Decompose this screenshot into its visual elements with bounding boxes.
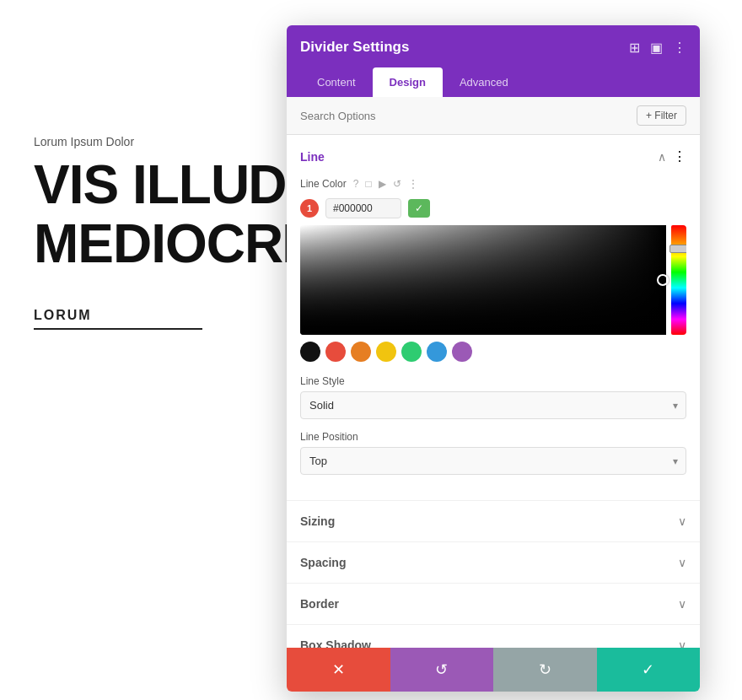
section-border-title: Border [300, 597, 339, 611]
chevron-up-icon[interactable]: ∧ [658, 150, 666, 164]
filter-button[interactable]: + Filter [637, 105, 686, 126]
section-spacing: Spacing ∨ [287, 542, 700, 584]
arrow-icon[interactable]: ▶ [379, 178, 386, 190]
panel-header: Divider Settings ⊞ ▣ ⋮ Content Design Ad… [287, 25, 700, 97]
tab-content[interactable]: Content [300, 67, 373, 97]
swatch-yellow[interactable] [376, 342, 396, 362]
tab-design[interactable]: Design [373, 67, 443, 97]
chevron-down-icon-spacing[interactable]: ∨ [678, 556, 686, 569]
fullscreen-icon[interactable]: ⊞ [629, 40, 640, 56]
cancel-button[interactable]: ✕ [287, 648, 390, 692]
chevron-down-icon-sizing[interactable]: ∨ [678, 514, 686, 528]
swatch-orange[interactable] [351, 342, 371, 362]
confirm-icon: ✓ [642, 660, 654, 679]
line-color-label: Line Color [300, 178, 347, 190]
gradient-thumb[interactable] [657, 274, 669, 286]
swatch-red[interactable] [325, 342, 346, 362]
swatch-purple[interactable] [452, 342, 472, 362]
section-line-content: Line Color ? □ ▶ ↺ ⋮ 1 ✓ [287, 178, 700, 500]
swatch-black[interactable] [300, 342, 320, 362]
swatch-blue[interactable] [427, 342, 447, 362]
color-input-row: 1 ✓ [300, 198, 686, 218]
section-box-shadow-header[interactable]: Box Shadow ∨ [287, 625, 700, 648]
undo-icon: ↺ [435, 660, 448, 679]
confirm-button[interactable]: ✓ [597, 648, 701, 692]
section-sizing: Sizing ∨ [287, 501, 700, 542]
section-border-header[interactable]: Border ∨ [287, 584, 700, 624]
more-icon[interactable]: ⋮ [408, 178, 418, 190]
panel-title-row: Divider Settings ⊞ ▣ ⋮ [300, 39, 686, 56]
panel-body: Line ∧ ⋮ Line Color ? □ ▶ ↺ ⋮ [287, 135, 700, 648]
line-position-select-wrapper: Top Bottom Center [300, 447, 686, 475]
gradient-background [300, 225, 666, 335]
redo-button[interactable]: ↻ [493, 648, 597, 692]
search-input[interactable] [300, 110, 637, 122]
section-spacing-title: Spacing [300, 556, 346, 569]
cancel-icon: ✕ [332, 660, 345, 679]
columns-icon[interactable]: ▣ [650, 40, 663, 56]
panel-tabs: Content Design Advanced [300, 67, 686, 97]
section-line: Line ∧ ⋮ Line Color ? □ ▶ ↺ ⋮ [287, 135, 700, 501]
chevron-down-icon-border[interactable]: ∨ [678, 597, 686, 611]
undo-button[interactable]: ↺ [390, 648, 494, 692]
line-position-label: Line Position [300, 431, 686, 443]
desktop-icon[interactable]: □ [365, 178, 371, 190]
panel-footer: ✕ ↺ ↻ ✓ [287, 648, 700, 692]
line-style-select[interactable]: Solid Dashed Dotted Double [300, 391, 686, 419]
color-confirm-button[interactable]: ✓ [408, 199, 430, 218]
section-line-title: Line [300, 150, 325, 164]
section-spacing-header[interactable]: Spacing ∨ [287, 542, 700, 583]
bg-divider-label: LORUM [34, 308, 202, 330]
color-picker: 1 ✓ [300, 198, 686, 362]
section-box-shadow: Box Shadow ∨ [287, 625, 700, 648]
chevron-down-icon-box-shadow[interactable]: ∨ [678, 638, 686, 648]
more-options-icon[interactable]: ⋮ [673, 40, 686, 56]
line-position-select[interactable]: Top Bottom Center [300, 447, 686, 475]
tab-advanced[interactable]: Advanced [443, 67, 525, 97]
section-sizing-title: Sizing [300, 514, 335, 528]
color-index-badge: 1 [300, 199, 319, 218]
line-style-select-wrapper: Solid Dashed Dotted Double [300, 391, 686, 419]
section-line-header[interactable]: Line ∧ ⋮ [287, 135, 700, 178]
hue-thumb[interactable] [669, 245, 686, 253]
line-style-field: Line Style Solid Dashed Dotted Double [300, 375, 686, 419]
section-line-icons: ∧ ⋮ [658, 148, 686, 164]
help-icon[interactable]: ? [353, 178, 359, 190]
color-gradient-area[interactable] [300, 225, 686, 335]
panel-title-icons: ⊞ ▣ ⋮ [629, 40, 686, 56]
section-sizing-header[interactable]: Sizing ∨ [287, 501, 700, 541]
line-color-field-header: Line Color ? □ ▶ ↺ ⋮ [300, 178, 686, 190]
section-border: Border ∨ [287, 584, 700, 625]
swatch-green[interactable] [401, 342, 422, 362]
line-position-field: Line Position Top Bottom Center [300, 431, 686, 475]
color-swatches [300, 342, 686, 362]
redo-icon: ↻ [539, 660, 551, 679]
color-hex-input[interactable] [325, 198, 401, 218]
line-style-label: Line Style [300, 375, 686, 387]
panel-title: Divider Settings [300, 39, 409, 56]
section-more-icon[interactable]: ⋮ [673, 148, 686, 164]
reset-icon[interactable]: ↺ [393, 178, 401, 190]
search-bar: + Filter [287, 97, 700, 135]
hue-slider[interactable] [671, 225, 686, 335]
section-box-shadow-title: Box Shadow [300, 638, 371, 648]
settings-panel: Divider Settings ⊞ ▣ ⋮ Content Design Ad… [287, 25, 700, 692]
